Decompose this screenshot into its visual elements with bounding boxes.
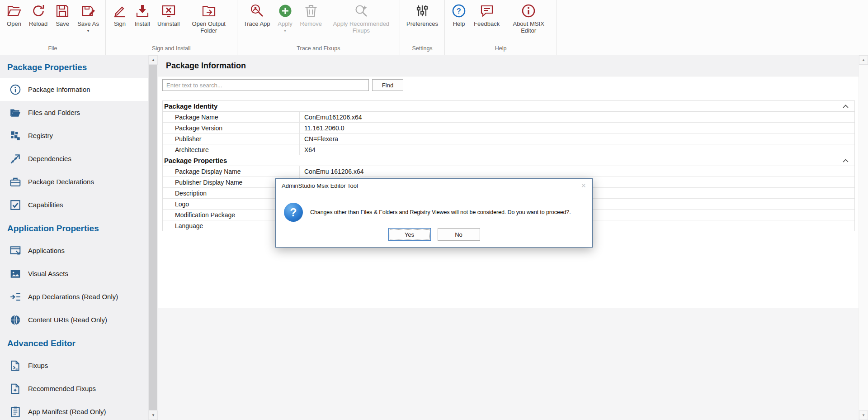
sidebar-item-label: App Declarations (Read Only) [28, 293, 118, 301]
uninstall-icon [161, 3, 176, 19]
globe-icon [9, 314, 21, 326]
open-output-folder-button[interactable]: Open Output Folder [184, 3, 234, 34]
briefcase-icon [9, 176, 21, 188]
ribbon-group-settings: Preferences Settings [400, 0, 445, 55]
sidebar-item-applications[interactable]: Applications [0, 239, 148, 262]
button-label: Open Output Folder [187, 21, 231, 34]
question-mark-icon: ? [284, 203, 303, 222]
magic-fixups-icon [354, 3, 369, 19]
apply-button: Apply ▾ [274, 3, 297, 33]
sidebar-scrollbar[interactable]: ▲ ▼ [148, 55, 158, 420]
dialog-title: AdminStudio Msix Editor Tool [282, 182, 358, 189]
sidebar: Package Properties Package Information F… [0, 55, 158, 420]
scroll-down-icon[interactable]: ▼ [149, 410, 158, 420]
folder-icon [9, 107, 21, 119]
sidebar-item-package-declarations[interactable]: Package Declarations [0, 170, 148, 193]
sidebar-item-recommended-fixups[interactable]: Recommended Fixups [0, 377, 148, 400]
sign-button[interactable]: Sign [108, 3, 131, 28]
msix-editor-window: Open Reload Save [0, 0, 868, 420]
property-value[interactable]: ConEmu 161206.x64 [300, 166, 854, 177]
dialog-message: Changes other than Files & Folders and R… [310, 209, 571, 215]
uninstall-button[interactable]: Uninstall [154, 3, 184, 28]
button-label: Feedback [474, 21, 500, 28]
scroll-down-icon[interactable]: ▼ [859, 410, 868, 420]
preferences-button[interactable]: Preferences [403, 3, 442, 28]
button-label: Save [56, 21, 69, 28]
ribbon-group-sign-install: Sign Install Uninstall [106, 0, 237, 55]
svg-text:?: ? [457, 7, 461, 15]
property-value[interactable]: 11.161.2060.0 [300, 123, 854, 133]
find-button[interactable]: Find [372, 79, 403, 91]
trace-app-icon [249, 3, 264, 19]
button-label: Install [135, 21, 150, 28]
sidebar-item-content-uris[interactable]: Content URIs (Read Only) [0, 308, 148, 331]
yes-button[interactable]: Yes [388, 228, 431, 241]
recommended-fixups-icon [9, 383, 21, 395]
sidebar-item-dependencies[interactable]: Dependencies [0, 147, 148, 170]
sidebar-item-package-information[interactable]: Package Information [0, 78, 148, 101]
confirmation-dialog: AdminStudio Msix Editor Tool × ? Changes… [275, 178, 593, 248]
no-button[interactable]: No [438, 228, 480, 241]
scrollbar-thumb[interactable] [149, 65, 157, 410]
chevron-up-icon[interactable] [843, 159, 849, 162]
close-icon[interactable]: × [579, 181, 588, 190]
help-button[interactable]: ? Help [448, 3, 470, 28]
chevron-down-icon[interactable]: ▾ [87, 29, 90, 33]
section-header-package-properties[interactable]: Package Properties [163, 155, 854, 166]
chevron-up-icon[interactable] [843, 105, 849, 108]
main-scrollbar[interactable]: ▲ ▼ [859, 55, 868, 420]
sidebar-item-capabilities[interactable]: Capabilities [0, 193, 148, 216]
sidebar-item-files-and-folders[interactable]: Files and Folders [0, 101, 148, 124]
search-input[interactable] [162, 79, 369, 91]
save-as-button[interactable]: Save As ▾ [74, 3, 103, 33]
install-arrow-icon [135, 3, 150, 19]
about-info-icon [521, 3, 536, 19]
ribbon-toolbar: Open Reload Save [0, 0, 868, 55]
sidebar-item-label: Files and Folders [28, 109, 80, 116]
sidebar-item-visual-assets[interactable]: Visual Assets [0, 262, 148, 285]
output-folder-icon [201, 3, 217, 19]
checkbox-icon [9, 199, 21, 211]
save-as-icon [80, 3, 96, 19]
property-name: Publisher [163, 134, 300, 144]
sidebar-item-app-declarations[interactable]: App Declarations (Read Only) [0, 285, 148, 308]
reload-icon [31, 3, 46, 19]
install-button[interactable]: Install [131, 3, 154, 28]
open-button[interactable]: Open [3, 3, 25, 28]
group-label-sign-install: Sign and Install [106, 44, 237, 55]
group-label-help: Help [445, 44, 557, 55]
sidebar-item-registry[interactable]: Registry [0, 124, 148, 147]
sidebar-item-label: Fixups [28, 362, 48, 369]
trace-app-button[interactable]: Trace App [240, 3, 274, 28]
property-value[interactable]: X64 [300, 144, 854, 155]
feedback-button[interactable]: Feedback [470, 3, 503, 28]
sidebar-item-fixups[interactable]: Fixups [0, 354, 148, 377]
button-label: Open [7, 21, 21, 28]
save-icon [55, 3, 70, 19]
about-msix-editor-button[interactable]: About MSIX Editor [503, 3, 554, 34]
section-header-package-identity[interactable]: Package Identity [163, 101, 854, 112]
sidebar-item-app-manifest[interactable]: App Manifest (Read Only) [0, 400, 148, 420]
table-row: Architecture X64 [163, 144, 854, 155]
reload-button[interactable]: Reload [25, 3, 51, 28]
apply-plus-icon [278, 3, 293, 19]
save-button[interactable]: Save [51, 3, 74, 28]
scroll-up-icon[interactable]: ▲ [149, 55, 158, 65]
search-row: Find [162, 79, 859, 91]
open-folder-icon [6, 3, 22, 19]
scroll-up-icon[interactable]: ▲ [859, 55, 868, 65]
dialog-titlebar: AdminStudio Msix Editor Tool × [276, 179, 592, 192]
manifest-icon [9, 406, 21, 418]
property-value[interactable]: CN=Flexera [300, 134, 854, 144]
table-row: Package Version 11.161.2060.0 [163, 123, 854, 134]
ribbon-group-help: ? Help Feedback About MSIX Editor [445, 0, 557, 55]
info-icon [9, 84, 21, 95]
button-label: Sign [114, 21, 126, 28]
button-label: Reload [29, 21, 47, 28]
trash-icon [303, 3, 319, 19]
sidebar-item-label: Package Declarations [28, 178, 94, 186]
help-circle-icon: ? [451, 3, 467, 19]
button-label: Uninstall [157, 21, 180, 28]
sign-pencil-icon [112, 3, 127, 19]
property-value[interactable]: ConEmu161206.x64 [300, 112, 854, 122]
